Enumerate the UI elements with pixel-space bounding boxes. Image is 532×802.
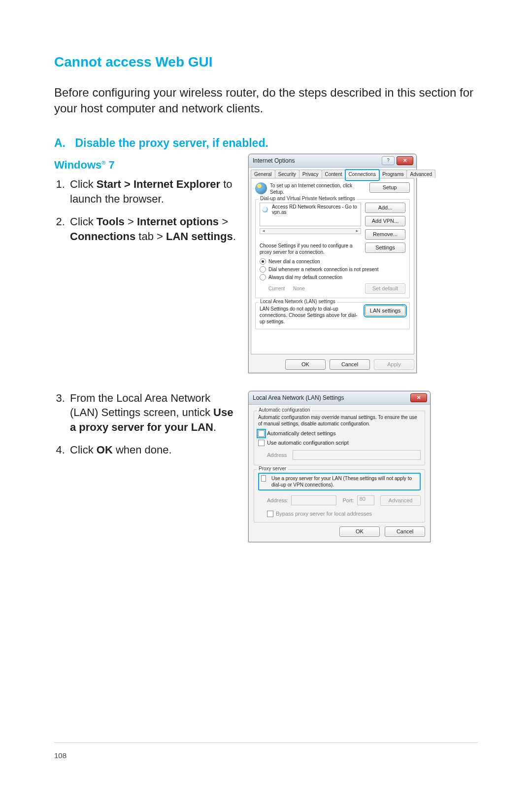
dialog-title: Internet Options [253, 157, 295, 164]
current-label: Current [268, 286, 293, 291]
footer-rule [54, 742, 478, 743]
steps-left-col-2: From the Local Area Network (LAN) Settin… [54, 391, 236, 465]
page-number: 108 [54, 751, 66, 760]
ok-button[interactable]: OK [339, 526, 380, 537]
section-title: Cannot access Web GUI [54, 54, 478, 70]
proxy-checkbox[interactable] [261, 475, 266, 482]
cancel-button[interactable]: Cancel [330, 359, 370, 370]
tab-general[interactable]: General [251, 170, 275, 178]
tab-privacy[interactable]: Privacy [299, 170, 322, 178]
step-4: Click OK when done. [68, 443, 236, 457]
port-label: Port: [342, 497, 354, 503]
tabs: General Security Privacy Content Connect… [249, 168, 416, 178]
checkbox-icon [258, 430, 265, 437]
auto-config-group: Automatic configuration Automatic config… [254, 411, 425, 465]
step-2: Click Tools > Internet options > Connect… [68, 214, 236, 244]
dialog-buttons: OK Cancel Apply [249, 356, 416, 373]
scroll-left-icon[interactable]: ◄ [262, 229, 266, 233]
scroll-right-icon[interactable]: ► [355, 229, 359, 233]
steps-left-col: Windows® 7 Click Start > Internet Explor… [54, 154, 236, 251]
address-input [293, 450, 421, 460]
radio-icon [260, 274, 266, 280]
advanced-button: Advanced [380, 495, 421, 506]
subheading-a: A. Disable the proxy server, if enabled. [54, 137, 478, 150]
auto-text: Automatic configuration may override man… [258, 414, 421, 427]
dialog-body: To set up an Internet connection, click … [251, 178, 414, 354]
proxy-highlight: Use a proxy server for your LAN (These s… [258, 473, 421, 490]
choose-settings-text: Choose Settings if you need to configure… [260, 243, 361, 255]
tab-security[interactable]: Security [275, 170, 299, 178]
connections-listbox[interactable]: Access RD Network Resources - Go to vpn.… [260, 203, 361, 226]
internet-options-dialog: Internet Options ? ✕ General Security Pr… [248, 154, 417, 373]
radio-icon [260, 266, 266, 273]
lan-group: Local Area Network (LAN) settings LAN Se… [255, 302, 410, 329]
addr2-label: Address: [267, 497, 288, 503]
tab-programs[interactable]: Programs [379, 170, 407, 178]
ok-button[interactable]: OK [285, 359, 326, 370]
os-heading: Windows® 7 [54, 158, 236, 173]
lan-text: LAN Settings do not apply to dial-up con… [260, 306, 361, 325]
setup-text: To set up an Internet connection, click … [270, 182, 366, 195]
add-vpn-button[interactable]: Add VPN... [365, 216, 405, 226]
step-1: Click Start > Internet Explorer to launc… [68, 177, 236, 206]
close-button[interactable]: ✕ [410, 393, 427, 402]
checkbox-icon [258, 440, 265, 446]
radio-icon [260, 258, 266, 265]
proxy-port-input: 80 [357, 495, 374, 505]
set-default-button: Set default [365, 283, 405, 294]
remove-button[interactable]: Remove... [365, 229, 405, 240]
manual-page: Cannot access Web GUI Before configuring… [0, 0, 532, 802]
setup-button[interactable]: Setup [369, 182, 410, 193]
sub-letter: A. [54, 137, 72, 150]
connection-icon [262, 207, 268, 212]
lan-settings-button[interactable]: LAN settings [365, 306, 405, 316]
settings-button[interactable]: Settings [365, 243, 405, 253]
apply-button: Apply [374, 359, 414, 370]
sub-text: Disable the proxy server, if enabled. [75, 137, 268, 149]
close-button[interactable]: ✕ [397, 156, 413, 165]
lan-settings-dialog: Local Area Network (LAN) Settings ✕ Auto… [248, 391, 431, 542]
current-value: None [293, 286, 365, 291]
proxy-group: Proxy server Use a proxy server for your… [254, 469, 425, 523]
connections-listbox-wrap: Access RD Network Resources - Go to vpn.… [260, 203, 361, 240]
lan-legend: Local Area Network (LAN) settings [259, 299, 337, 304]
proxy-legend: Proxy server [257, 466, 288, 471]
step-3: From the Local Area Network (LAN) Settin… [68, 391, 236, 435]
bypass-checkbox: Bypass proxy server for local addresses [267, 511, 421, 517]
auto-script-checkbox[interactable]: Use automatic configuration script [258, 440, 421, 446]
radio-never[interactable]: Never dial a connection [260, 258, 405, 265]
tab-connections[interactable]: Connections [345, 170, 380, 178]
add-button[interactable]: Add... [365, 203, 405, 213]
cancel-button[interactable]: Cancel [385, 526, 425, 537]
tab-content[interactable]: Content [322, 170, 346, 178]
tab-advanced[interactable]: Advanced [406, 170, 435, 178]
auto-detect-checkbox[interactable]: Automatically detect settings [258, 430, 421, 437]
help-button[interactable]: ? [382, 156, 395, 165]
dialup-legend: Dial-up and Virtual Private Network sett… [259, 196, 357, 201]
dialup-vpn-group: Dial-up and Virtual Private Network sett… [255, 199, 410, 298]
radio-whenever[interactable]: Dial whenever a network connection is no… [260, 266, 405, 273]
auto-legend: Automatic configuration [257, 407, 312, 413]
radio-always[interactable]: Always dial my default connection [260, 274, 405, 280]
dialog-title: Local Area Network (LAN) Settings [253, 394, 344, 401]
proxy-address-input [291, 495, 336, 505]
lan-body: Automatic configuration Automatic config… [249, 405, 430, 542]
globe-icon [255, 182, 267, 194]
list-item[interactable]: Access RD Network Resources - Go to vpn.… [262, 204, 359, 215]
dialog-titlebar: Internet Options ? ✕ [249, 154, 416, 168]
checkbox-icon [267, 511, 273, 517]
proxy-checkbox-label: Use a proxy server for your LAN (These s… [271, 475, 418, 488]
intro-paragraph: Before configuring your wireless router,… [54, 85, 478, 117]
address-label: Address [267, 452, 293, 458]
dialog-titlebar: Local Area Network (LAN) Settings ✕ [249, 391, 430, 405]
list-scrollbar[interactable]: ◄ ► [260, 228, 361, 234]
